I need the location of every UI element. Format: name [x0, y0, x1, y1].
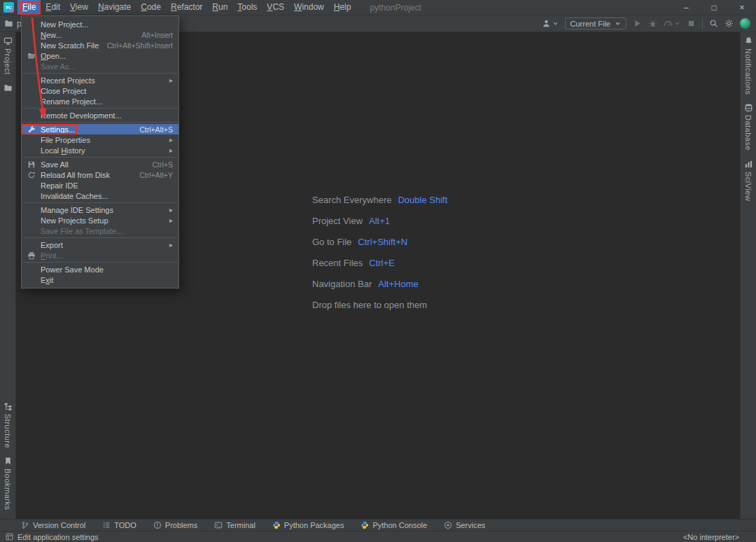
tool-stripe-project[interactable]: Project [4, 32, 13, 79]
gauge-icon [664, 19, 673, 28]
tool-stripe-label: Structure [4, 414, 12, 448]
file-menu-item-file-properties[interactable]: File Properties▸ [22, 134, 178, 145]
file-menu-item-open[interactable]: Open... [22, 50, 178, 61]
submenu-arrow-icon: ▸ [162, 241, 173, 249]
run-button[interactable] [633, 19, 642, 28]
settings-button[interactable] [724, 19, 734, 28]
menu-edit[interactable]: Edit [41, 0, 65, 15]
file-menu-item-new-scratch-file[interactable]: New Scratch FileCtrl+Alt+Shift+Insert [22, 40, 178, 50]
profiler-button[interactable] [664, 19, 680, 28]
tool-stripe-structure[interactable]: Structure [4, 398, 13, 452]
stop-button[interactable] [687, 19, 696, 28]
menu-item-label: Exit [41, 276, 53, 284]
toolwindow-button-terminal[interactable]: Terminal [214, 521, 255, 529]
menu-vcs[interactable]: VCS [262, 0, 289, 15]
menu-view[interactable]: View [65, 0, 93, 15]
file-menu-item-reload-all-from-disk[interactable]: Reload All from DiskCtrl+Alt+Y [22, 169, 178, 180]
toolwindow-button-services[interactable]: Services [444, 521, 485, 529]
user-menu-button[interactable] [542, 19, 559, 28]
file-menu-item-power-save-mode[interactable]: Power Save Mode [22, 264, 178, 275]
bookmark-icon [4, 457, 13, 466]
file-menu-item-local-history[interactable]: Local History▸ [22, 145, 178, 155]
menu-refactor[interactable]: Refactor [166, 0, 207, 15]
tool-stripe-notifications[interactable]: Notifications [744, 32, 753, 99]
search-everywhere-button[interactable] [709, 19, 718, 28]
menu-item-label: New Scratch File [41, 41, 99, 50]
tool-stripe-folder[interactable] [4, 79, 13, 97]
menu-file[interactable]: File [18, 0, 41, 15]
menu-run[interactable]: Run [207, 0, 232, 15]
toolwindow-button-version-control[interactable]: Version Control [21, 521, 85, 529]
toolwindow-button-todo[interactable]: TODO [102, 521, 136, 529]
file-menu-item-print[interactable]: Print... [22, 250, 178, 260]
tool-stripe-label: Database [744, 115, 752, 151]
shortcut-hint-keys: Ctrl+E [369, 258, 394, 268]
shortcut-hint-keys: Alt+1 [369, 216, 390, 226]
bell-icon [744, 36, 753, 46]
terminal-icon [214, 521, 223, 529]
file-menu-item-export[interactable]: Export▸ [22, 239, 178, 250]
refresh-icon [26, 171, 37, 179]
tool-stripe-bookmarks[interactable]: Bookmarks [4, 452, 13, 515]
statusbar-hint: Edit application settings [6, 533, 99, 541]
toolwindow-button-python-console[interactable]: Python Console [360, 521, 427, 529]
menu-item-label: Reload All from Disk [41, 171, 110, 179]
titlebar: PC FileEditViewNavigateCodeRefactorRunTo… [0, 0, 756, 15]
menu-separator [22, 157, 178, 158]
menu-item-label: Recent Projects [41, 76, 95, 85]
menu-item-label: Rename Project... [41, 97, 102, 106]
toolwindow-button-problems[interactable]: Problems [153, 521, 197, 529]
python-icon [360, 521, 369, 529]
tool-stripe-database[interactable]: Database [744, 99, 753, 155]
branch-icon [21, 521, 29, 529]
minimize-button[interactable]: – [672, 0, 700, 15]
file-menu-item-settings[interactable]: Settings...Ctrl+Alt+S [22, 124, 178, 134]
file-menu-item-save-as[interactable]: Save As... [22, 61, 178, 71]
file-menu-item-invalidate-caches[interactable]: Invalidate Caches... [22, 190, 178, 201]
tool-stripe-sciview[interactable]: SciView [744, 155, 753, 205]
file-menu-item-repair-ide[interactable]: Repair IDE [22, 180, 178, 190]
menu-navigate[interactable]: Navigate [93, 0, 136, 15]
maximize-button[interactable]: □ [700, 0, 728, 15]
menu-item-label: Manage IDE Settings [41, 206, 113, 214]
bug-icon [648, 19, 657, 28]
menu-window[interactable]: Window [289, 0, 329, 15]
interpreter-widget[interactable]: <No interpreter> [683, 533, 739, 541]
toolwindow-button-python-packages[interactable]: Python Packages [272, 521, 344, 529]
menu-item-label: Print... [41, 251, 63, 260]
menu-item-label: Close Project [41, 87, 86, 95]
window-title: pythonProject [370, 3, 421, 13]
menu-item-shortcut: Ctrl+Alt+S [132, 125, 173, 134]
file-menu-item-exit[interactable]: Exit [22, 275, 178, 285]
wrench-icon [26, 125, 37, 134]
debug-button[interactable] [648, 19, 657, 28]
file-menu-item-new[interactable]: New...Alt+Insert [22, 29, 178, 40]
file-menu-item-rename-project[interactable]: Rename Project... [22, 96, 178, 106]
file-menu-item-manage-ide-settings[interactable]: Manage IDE Settings▸ [22, 204, 178, 215]
file-menu-item-save-all[interactable]: Save AllCtrl+S [22, 159, 178, 169]
menu-item-shortcut: Ctrl+S [146, 160, 173, 169]
printer-icon [26, 251, 37, 260]
menu-item-label: Local History [41, 146, 85, 155]
shortcut-hint-keys: Ctrl+Shift+N [358, 237, 407, 247]
statusbar-hint-label: Edit application settings [18, 533, 99, 541]
file-menu-item-remote-development[interactable]: Remote Development... [22, 110, 178, 120]
file-menu-item-recent-projects[interactable]: Recent Projects▸ [22, 75, 178, 85]
run-configuration-dropdown[interactable]: Current File [565, 18, 626, 29]
menu-code[interactable]: Code [136, 0, 166, 15]
menu-item-label: Save All [41, 160, 69, 169]
gear-icon [724, 19, 734, 28]
file-menu-item-new-projects-setup[interactable]: New Projects Setup▸ [22, 215, 178, 225]
file-menu-item-close-project[interactable]: Close Project [22, 85, 178, 96]
file-menu-item-new-project[interactable]: New Project... [22, 19, 178, 29]
menu-help[interactable]: Help [329, 0, 356, 15]
menu-tools[interactable]: Tools [232, 0, 262, 15]
file-menu-item-save-file-as-template[interactable]: Save File as Template... [22, 225, 178, 236]
submenu-arrow-icon: ▸ [162, 216, 173, 224]
menu-item-label: Save As... [41, 62, 76, 71]
close-button[interactable]: × [728, 0, 756, 15]
profile-avatar[interactable] [740, 18, 750, 29]
menu-item-label: New... [41, 31, 62, 39]
menu-item-label: Remote Development... [41, 111, 122, 120]
services-icon [444, 521, 452, 529]
